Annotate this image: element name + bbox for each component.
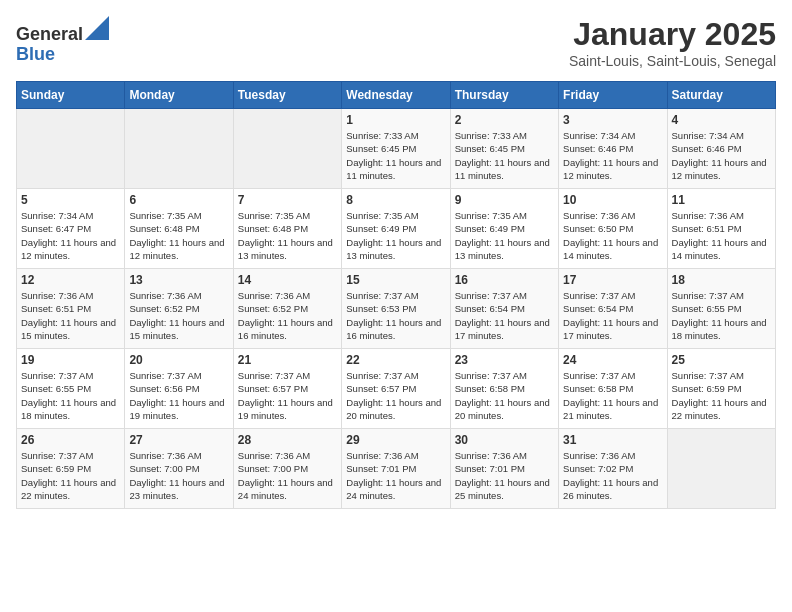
- day-info: Sunrise: 7:37 AMSunset: 6:59 PMDaylight:…: [672, 369, 771, 422]
- day-number: 17: [563, 273, 662, 287]
- day-info: Sunrise: 7:37 AMSunset: 6:57 PMDaylight:…: [238, 369, 337, 422]
- calendar-cell: [125, 109, 233, 189]
- day-info: Sunrise: 7:33 AMSunset: 6:45 PMDaylight:…: [455, 129, 554, 182]
- day-number: 21: [238, 353, 337, 367]
- day-info: Sunrise: 7:35 AMSunset: 6:48 PMDaylight:…: [238, 209, 337, 262]
- calendar-cell: 9Sunrise: 7:35 AMSunset: 6:49 PMDaylight…: [450, 189, 558, 269]
- day-info: Sunrise: 7:37 AMSunset: 6:56 PMDaylight:…: [129, 369, 228, 422]
- calendar-cell: 24Sunrise: 7:37 AMSunset: 6:58 PMDayligh…: [559, 349, 667, 429]
- day-info: Sunrise: 7:37 AMSunset: 6:57 PMDaylight:…: [346, 369, 445, 422]
- day-number: 15: [346, 273, 445, 287]
- day-info: Sunrise: 7:34 AMSunset: 6:46 PMDaylight:…: [563, 129, 662, 182]
- calendar-cell: 12Sunrise: 7:36 AMSunset: 6:51 PMDayligh…: [17, 269, 125, 349]
- location-subtitle: Saint-Louis, Saint-Louis, Senegal: [569, 53, 776, 69]
- calendar-cell: 2Sunrise: 7:33 AMSunset: 6:45 PMDaylight…: [450, 109, 558, 189]
- day-number: 2: [455, 113, 554, 127]
- calendar-cell: 8Sunrise: 7:35 AMSunset: 6:49 PMDaylight…: [342, 189, 450, 269]
- col-header-friday: Friday: [559, 82, 667, 109]
- day-number: 3: [563, 113, 662, 127]
- day-info: Sunrise: 7:37 AMSunset: 6:55 PMDaylight:…: [21, 369, 120, 422]
- day-info: Sunrise: 7:37 AMSunset: 6:55 PMDaylight:…: [672, 289, 771, 342]
- day-info: Sunrise: 7:33 AMSunset: 6:45 PMDaylight:…: [346, 129, 445, 182]
- calendar-week-row: 1Sunrise: 7:33 AMSunset: 6:45 PMDaylight…: [17, 109, 776, 189]
- calendar-cell: 6Sunrise: 7:35 AMSunset: 6:48 PMDaylight…: [125, 189, 233, 269]
- calendar-cell: 22Sunrise: 7:37 AMSunset: 6:57 PMDayligh…: [342, 349, 450, 429]
- day-number: 7: [238, 193, 337, 207]
- day-number: 31: [563, 433, 662, 447]
- day-number: 19: [21, 353, 120, 367]
- day-number: 1: [346, 113, 445, 127]
- day-number: 11: [672, 193, 771, 207]
- day-info: Sunrise: 7:36 AMSunset: 6:51 PMDaylight:…: [21, 289, 120, 342]
- day-info: Sunrise: 7:37 AMSunset: 6:54 PMDaylight:…: [563, 289, 662, 342]
- col-header-monday: Monday: [125, 82, 233, 109]
- calendar-cell: 17Sunrise: 7:37 AMSunset: 6:54 PMDayligh…: [559, 269, 667, 349]
- day-info: Sunrise: 7:37 AMSunset: 6:54 PMDaylight:…: [455, 289, 554, 342]
- logo: General Blue: [16, 16, 109, 65]
- day-info: Sunrise: 7:36 AMSunset: 6:50 PMDaylight:…: [563, 209, 662, 262]
- day-number: 18: [672, 273, 771, 287]
- page-header: General Blue January 2025 Saint-Louis, S…: [16, 16, 776, 69]
- day-number: 8: [346, 193, 445, 207]
- calendar-cell: 28Sunrise: 7:36 AMSunset: 7:00 PMDayligh…: [233, 429, 341, 509]
- calendar-header-row: SundayMondayTuesdayWednesdayThursdayFrid…: [17, 82, 776, 109]
- title-block: January 2025 Saint-Louis, Saint-Louis, S…: [569, 16, 776, 69]
- logo-blue: Blue: [16, 45, 109, 65]
- day-number: 9: [455, 193, 554, 207]
- day-info: Sunrise: 7:37 AMSunset: 6:58 PMDaylight:…: [455, 369, 554, 422]
- calendar-cell: 19Sunrise: 7:37 AMSunset: 6:55 PMDayligh…: [17, 349, 125, 429]
- logo-text-block: General Blue: [16, 16, 109, 65]
- col-header-thursday: Thursday: [450, 82, 558, 109]
- day-number: 27: [129, 433, 228, 447]
- day-number: 4: [672, 113, 771, 127]
- calendar-cell: 16Sunrise: 7:37 AMSunset: 6:54 PMDayligh…: [450, 269, 558, 349]
- day-info: Sunrise: 7:36 AMSunset: 7:00 PMDaylight:…: [238, 449, 337, 502]
- svg-marker-0: [85, 16, 109, 40]
- day-number: 28: [238, 433, 337, 447]
- calendar-cell: 3Sunrise: 7:34 AMSunset: 6:46 PMDaylight…: [559, 109, 667, 189]
- calendar-cell: 13Sunrise: 7:36 AMSunset: 6:52 PMDayligh…: [125, 269, 233, 349]
- day-number: 16: [455, 273, 554, 287]
- day-info: Sunrise: 7:37 AMSunset: 6:59 PMDaylight:…: [21, 449, 120, 502]
- day-info: Sunrise: 7:35 AMSunset: 6:48 PMDaylight:…: [129, 209, 228, 262]
- calendar-cell: 20Sunrise: 7:37 AMSunset: 6:56 PMDayligh…: [125, 349, 233, 429]
- day-number: 12: [21, 273, 120, 287]
- day-number: 20: [129, 353, 228, 367]
- calendar-cell: 7Sunrise: 7:35 AMSunset: 6:48 PMDaylight…: [233, 189, 341, 269]
- calendar-cell: 11Sunrise: 7:36 AMSunset: 6:51 PMDayligh…: [667, 189, 775, 269]
- month-title: January 2025: [569, 16, 776, 53]
- day-info: Sunrise: 7:34 AMSunset: 6:47 PMDaylight:…: [21, 209, 120, 262]
- calendar-cell: 18Sunrise: 7:37 AMSunset: 6:55 PMDayligh…: [667, 269, 775, 349]
- col-header-tuesday: Tuesday: [233, 82, 341, 109]
- calendar-cell: 5Sunrise: 7:34 AMSunset: 6:47 PMDaylight…: [17, 189, 125, 269]
- calendar-week-row: 19Sunrise: 7:37 AMSunset: 6:55 PMDayligh…: [17, 349, 776, 429]
- day-info: Sunrise: 7:35 AMSunset: 6:49 PMDaylight:…: [455, 209, 554, 262]
- col-header-wednesday: Wednesday: [342, 82, 450, 109]
- day-info: Sunrise: 7:34 AMSunset: 6:46 PMDaylight:…: [672, 129, 771, 182]
- calendar-cell: 30Sunrise: 7:36 AMSunset: 7:01 PMDayligh…: [450, 429, 558, 509]
- calendar-table: SundayMondayTuesdayWednesdayThursdayFrid…: [16, 81, 776, 509]
- calendar-week-row: 12Sunrise: 7:36 AMSunset: 6:51 PMDayligh…: [17, 269, 776, 349]
- calendar-cell: 29Sunrise: 7:36 AMSunset: 7:01 PMDayligh…: [342, 429, 450, 509]
- col-header-sunday: Sunday: [17, 82, 125, 109]
- day-number: 26: [21, 433, 120, 447]
- calendar-cell: 10Sunrise: 7:36 AMSunset: 6:50 PMDayligh…: [559, 189, 667, 269]
- calendar-cell: 31Sunrise: 7:36 AMSunset: 7:02 PMDayligh…: [559, 429, 667, 509]
- day-number: 30: [455, 433, 554, 447]
- calendar-cell: 27Sunrise: 7:36 AMSunset: 7:00 PMDayligh…: [125, 429, 233, 509]
- calendar-cell: [17, 109, 125, 189]
- calendar-cell: [667, 429, 775, 509]
- day-info: Sunrise: 7:36 AMSunset: 7:01 PMDaylight:…: [455, 449, 554, 502]
- logo-icon: [85, 16, 109, 40]
- day-info: Sunrise: 7:35 AMSunset: 6:49 PMDaylight:…: [346, 209, 445, 262]
- day-number: 5: [21, 193, 120, 207]
- day-number: 6: [129, 193, 228, 207]
- calendar-cell: 15Sunrise: 7:37 AMSunset: 6:53 PMDayligh…: [342, 269, 450, 349]
- day-info: Sunrise: 7:37 AMSunset: 6:58 PMDaylight:…: [563, 369, 662, 422]
- calendar-cell: 23Sunrise: 7:37 AMSunset: 6:58 PMDayligh…: [450, 349, 558, 429]
- day-number: 10: [563, 193, 662, 207]
- day-number: 14: [238, 273, 337, 287]
- day-number: 22: [346, 353, 445, 367]
- day-number: 25: [672, 353, 771, 367]
- calendar-cell: 25Sunrise: 7:37 AMSunset: 6:59 PMDayligh…: [667, 349, 775, 429]
